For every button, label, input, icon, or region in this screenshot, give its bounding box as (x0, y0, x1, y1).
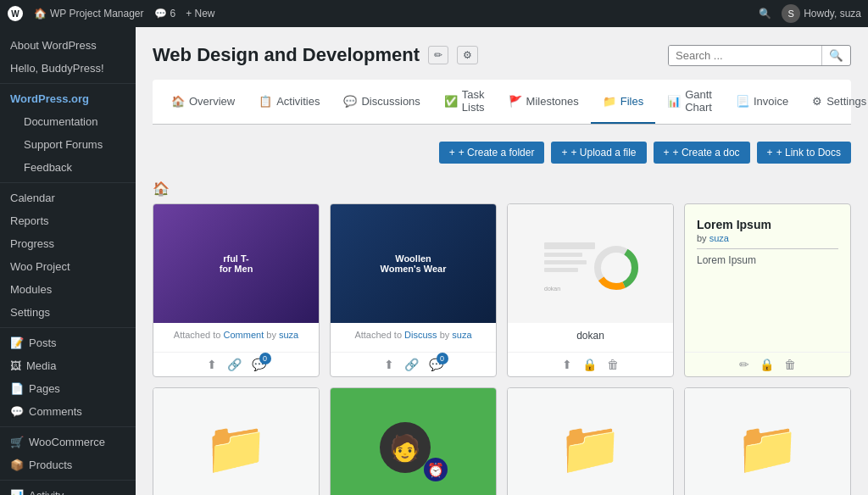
lock-icon[interactable]: 🔒 (760, 358, 774, 371)
sidebar-item-reports[interactable]: Reports (0, 209, 136, 232)
edit-button[interactable]: ✏ (428, 46, 448, 64)
sidebar-item-label: Media (26, 359, 56, 372)
admin-bar-new[interactable]: + New (186, 8, 214, 19)
sidebar-item-comments[interactable]: 💬 Comments (0, 400, 136, 423)
tab-discussions[interactable]: 💬 Discussions (331, 80, 431, 124)
main-content: Web Design and Development ✏ ⚙ 🔍 🏠 Overv… (136, 27, 868, 495)
create-doc-button[interactable]: + + Create a doc (654, 142, 750, 164)
sidebar-item-support-forums[interactable]: Support Forums (0, 133, 136, 156)
admin-bar-wp-logo[interactable]: W (7, 5, 24, 22)
sidebar-item-products[interactable]: 📦 Products (0, 453, 136, 476)
sidebar-item-pages[interactable]: 📄 Pages (0, 377, 136, 400)
sidebar-item-calendar[interactable]: Calendar (0, 186, 136, 209)
media-icon: 🖼 (10, 359, 21, 372)
admin-bar-comments[interactable]: 💬 WP Project Manager 6 (154, 8, 176, 19)
tab-settings-icon: ⚙ (812, 95, 822, 108)
caption-user[interactable]: suza (279, 330, 298, 340)
file-card-actions: ⬆ 🔒 🗑 (508, 352, 673, 376)
svg-rect-5 (544, 268, 578, 272)
tab-invoice[interactable]: 📃 Invoice (724, 80, 800, 124)
caption-link[interactable]: Comment (224, 330, 264, 340)
folder-icon: 📁 (204, 418, 268, 478)
sidebar-item-about-wordpress[interactable]: About WordPress (0, 34, 136, 57)
sidebar-item-woo-project[interactable]: Woo Project (0, 255, 136, 278)
tab-settings[interactable]: ⚙ Settings (800, 80, 868, 124)
edit-file-icon[interactable]: ✏ (739, 358, 749, 371)
link-icon[interactable]: 🔗 (227, 358, 242, 371)
sidebar-item-activity[interactable]: 📊 Activity (0, 484, 136, 495)
sidebar-item-wordpress-org[interactable]: WordPress.org (0, 87, 136, 110)
tab-task-lists[interactable]: ✅ Task Lists (432, 80, 497, 124)
move-icon[interactable]: ⬆ (207, 358, 217, 371)
pages-icon: 📄 (10, 382, 24, 395)
sidebar-item-woocommerce[interactable]: 🛒 WooCommerce (0, 431, 136, 453)
files-icon: 📁 (603, 95, 616, 108)
sidebar-item-feedback[interactable]: Feedback (0, 156, 136, 179)
delete-icon[interactable]: 🗑 (784, 358, 796, 371)
sidebar-item-label: Modules (10, 283, 52, 296)
tab-gantt-chart[interactable]: 📊 Gantt Chart (655, 80, 724, 124)
action-buttons: + + Create a folder + + Upload a file + … (153, 135, 851, 170)
sidebar-item-documentation[interactable]: Documentation (0, 110, 136, 133)
upload-file-button[interactable]: + + Upload a file (551, 142, 646, 164)
tab-files[interactable]: 📁 Files (591, 80, 655, 124)
move-icon[interactable]: ⬆ (384, 358, 394, 371)
avatar: S (782, 4, 800, 23)
folder-thumbnail: 📁 (685, 388, 850, 495)
sidebar-item-label: Progress (10, 237, 54, 250)
sidebar-item-posts[interactable]: 📝 Posts (0, 331, 136, 354)
svg-text:W: W (11, 9, 19, 19)
link-icon[interactable]: 🔗 (404, 358, 419, 371)
comment-icon[interactable]: 💬0 (429, 358, 443, 371)
lorem-title: Lorem Ipsum (697, 218, 838, 231)
attendance-graphic: 🧑 ⏰ (380, 414, 448, 481)
task-lists-icon: ✅ (444, 95, 458, 108)
file-card-googledrive: 📁 Google drive doc 🔒 🗑 (507, 387, 674, 495)
sidebar-item-label: Settings (10, 306, 50, 319)
tab-overview[interactable]: 🏠 Overview (159, 80, 247, 124)
sidebar-divider-4 (0, 426, 136, 427)
project-settings-button[interactable]: ⚙ (457, 46, 478, 64)
admin-bar-search[interactable]: 🔍 (759, 8, 771, 19)
sidebar-divider (0, 83, 136, 84)
gantt-chart-icon: 📊 (667, 95, 681, 108)
breadcrumb-home-icon[interactable]: 🏠 (153, 181, 170, 197)
sidebar-item-modules[interactable]: Modules (0, 278, 136, 301)
sidebar-item-progress[interactable]: Progress (0, 232, 136, 255)
admin-bar-site[interactable]: 🏠 WP Project Manager (34, 8, 144, 19)
caption-user[interactable]: suza (452, 330, 471, 340)
sidebar-item-label: Activity (29, 489, 64, 495)
caption-link[interactable]: Discuss (404, 330, 437, 340)
comment-icon[interactable]: 💬0 (252, 358, 266, 371)
create-doc-icon: + (664, 147, 670, 159)
tab-milestones[interactable]: 🚩 Milestones (497, 80, 591, 124)
search-input[interactable] (669, 46, 821, 65)
project-title: Web Design and Development (153, 44, 420, 66)
activities-icon: 📋 (259, 95, 272, 108)
search-submit-icon: 🔍 (829, 49, 843, 62)
lock-icon[interactable]: 🔒 (582, 358, 597, 371)
products-icon: 📦 (10, 459, 24, 471)
create-folder-button[interactable]: + + Create a folder (439, 142, 545, 164)
file-caption: Attached to Discuss by suza (339, 330, 487, 340)
link-docs-button[interactable]: + + Link to Docs (757, 142, 851, 164)
tab-activities[interactable]: 📋 Activities (247, 80, 331, 124)
file-caption: dokan (516, 330, 665, 342)
search-button[interactable]: 🔍 (821, 46, 850, 65)
file-card: rful T-for Men Attached to Comment by su… (153, 203, 320, 377)
comments-list-icon: 💬 (10, 405, 24, 418)
milestones-icon: 🚩 (509, 95, 522, 108)
move-icon[interactable]: ⬆ (562, 358, 572, 371)
sidebar-item-media[interactable]: 🖼 Media (0, 354, 136, 377)
attendance-thumbnail: 🧑 ⏰ (331, 388, 496, 495)
folder-icon: 📁 (736, 418, 799, 478)
sidebar-item-label: WooCommerce (29, 436, 105, 448)
wp-icon: W (7, 5, 24, 22)
project-search-bar: 🔍 (668, 45, 851, 66)
sidebar-item-settings-pm[interactable]: Settings (0, 301, 136, 324)
woocommerce-icon: 🛒 (10, 436, 24, 448)
sidebar-item-label: Pages (29, 382, 60, 395)
delete-icon[interactable]: 🗑 (607, 358, 619, 371)
admin-bar-user[interactable]: S Howdy, suza (782, 4, 861, 23)
sidebar-item-hello-buddypress[interactable]: Hello, BuddyPress! (0, 57, 136, 80)
